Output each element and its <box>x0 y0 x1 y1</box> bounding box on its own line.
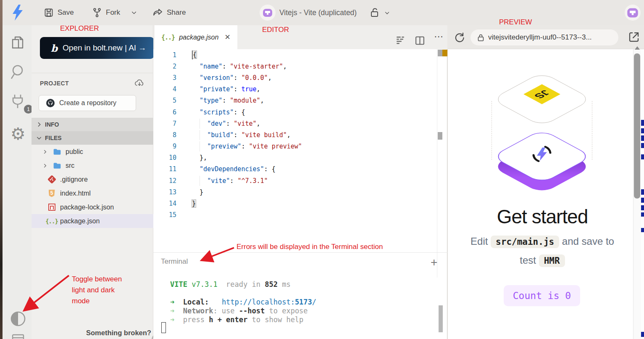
more-actions-icon[interactable]: ⋯ <box>434 31 444 42</box>
file-row-index.html[interactable]: 5index.html <box>32 186 153 200</box>
code-line-7[interactable]: 7 "dev": "vite", <box>153 118 437 129</box>
user-avatar[interactable] <box>625 5 641 21</box>
line-number: 15 <box>153 211 176 219</box>
chevron-down-icon[interactable] <box>131 9 137 16</box>
chevron-right-icon[interactable] <box>42 149 48 155</box>
code-line-8[interactable]: 8 "build": "vite build", <box>153 129 437 140</box>
section-info[interactable]: INFO <box>32 118 153 131</box>
preview-url-bar[interactable]: vitejsvitederylljm-uuf0--5173--3... <box>471 29 618 45</box>
code-line-5[interactable]: 5 "type": "module", <box>153 95 437 106</box>
annotation-terminal-note: Errors will be displayed in the Terminal… <box>237 243 383 251</box>
terminal-divider[interactable] <box>153 252 447 253</box>
project-title-group[interactable]: Vitejs - Vite (duplicated) <box>260 5 390 20</box>
terminal-line-3: ➜ Local: http://localhost:5173/ <box>170 298 316 307</box>
github-icon <box>46 98 55 108</box>
line-number: 8 <box>153 131 176 139</box>
settings-gear-icon[interactable]: ⚙ <box>9 124 27 143</box>
vite-project-avatar <box>260 5 276 21</box>
reload-icon[interactable] <box>454 32 465 43</box>
theme-toggle-icon[interactable] <box>9 310 27 328</box>
html-icon: 5 <box>47 190 56 197</box>
edit-instruction-line1: Edit src/main.js and save to <box>448 236 637 247</box>
code-line-6[interactable]: 6 "scripts": { <box>153 106 437 118</box>
scrollbar-thumb[interactable] <box>438 50 442 56</box>
preview-scrollbar-thumb[interactable] <box>634 53 640 199</box>
tab-package-json[interactable]: {..} package.json ✕ <box>155 25 237 49</box>
scrollbar-thumb[interactable] <box>438 132 442 140</box>
file-row-public[interactable]: public <box>32 145 153 159</box>
code-chip-src-main: src/main.js <box>491 236 559 248</box>
search-icon[interactable] <box>9 63 27 82</box>
code-line-12[interactable]: 12 "vite": "^7.3.1" <box>153 175 437 186</box>
background-window-sliver <box>641 49 644 339</box>
close-tab-icon[interactable]: ✕ <box>224 33 230 42</box>
terminal-output[interactable]: VITE v7.3.1 ready in 852 ms➜ Local: http… <box>170 280 316 324</box>
overview-ruler-marker <box>442 50 447 56</box>
code-line-13[interactable]: 13 } <box>153 186 437 198</box>
chevron-down-icon[interactable] <box>384 10 390 16</box>
npm-icon <box>47 204 56 211</box>
count-button[interactable]: Count is 0 <box>504 285 580 306</box>
files-icon[interactable] <box>9 34 27 53</box>
project-section-label: PROJECT <box>40 80 69 87</box>
lock-open-icon[interactable] <box>370 7 380 18</box>
file-name: index.html <box>60 190 91 197</box>
cloud-download-icon[interactable] <box>134 78 145 88</box>
chevron-right-icon[interactable] <box>42 163 48 169</box>
code-line-9[interactable]: 9 "preview": "vite preview" <box>153 141 437 152</box>
code-line-4[interactable]: 4 "private": true, <box>153 84 437 95</box>
section-files[interactable]: FILES <box>32 131 153 145</box>
open-in-new-window-icon[interactable] <box>628 31 640 43</box>
share-label: Share <box>167 8 186 17</box>
code-line-11[interactable]: 11 "devDependencies": { <box>153 164 437 175</box>
new-terminal-icon[interactable]: + <box>431 256 437 269</box>
fork-button[interactable]: Fork <box>92 5 137 20</box>
terminal-title[interactable]: Terminal <box>161 257 188 266</box>
save-label: Save <box>58 8 74 17</box>
file-row-package.json[interactable]: {..}package.json <box>32 214 153 228</box>
code-line-3[interactable]: 3 "version": "0.0.0", <box>153 72 437 83</box>
preview-toolbar: vitejsvitederylljm-uuf0--5173--3... <box>448 25 644 49</box>
line-number: 10 <box>153 154 176 162</box>
project-title: Vitejs - Vite (duplicated) <box>279 8 357 17</box>
panel-layout-icon[interactable] <box>9 330 27 339</box>
git-icon <box>47 176 56 183</box>
file-row-src[interactable]: src <box>32 159 153 172</box>
code-line-15[interactable]: 15 <box>153 209 437 221</box>
prettier-format-icon[interactable] <box>395 35 405 45</box>
scroll-up-arrow-icon[interactable] <box>635 46 640 50</box>
edit-instruction-line2: test HMR <box>448 254 637 266</box>
tab-title: package.json <box>179 34 218 41</box>
plugin-icon[interactable]: 1 <box>9 93 27 111</box>
stackblitz-logo-icon[interactable] <box>12 5 24 21</box>
code-line-10[interactable]: 10 }, <box>153 152 437 164</box>
create-repository-button[interactable]: Create a repository <box>39 95 136 111</box>
iso-guide-line <box>592 101 592 160</box>
preview-url: vitejsvitederylljm-uuf0--5173--3... <box>488 33 592 42</box>
terminal-line-5: ➜ press h + enter to show help <box>170 315 316 324</box>
create-repository-label: Create a repository <box>59 99 116 107</box>
code-line-1[interactable]: 1{ <box>153 49 437 61</box>
editor-pane: {..} package.json ✕ ⋯ 1{2 "name": "vite-… <box>153 25 447 339</box>
code-chip-hmr: HMR <box>539 254 565 267</box>
save-button[interactable]: Save <box>44 5 74 20</box>
json-braces-icon: {..} <box>161 34 175 41</box>
code-line-14[interactable]: 14} <box>153 198 437 209</box>
line-number: 6 <box>153 109 176 116</box>
topbar: Save Fork Share <box>3 0 644 25</box>
line-number: 1 <box>153 51 176 59</box>
code-line-2[interactable]: 2 "name": "vite-starter", <box>153 61 437 72</box>
folder-icon <box>53 148 61 156</box>
folder-icon <box>53 162 61 170</box>
terminal-scrollbar-thumb[interactable] <box>439 305 443 332</box>
activity-bar: 1 ⚙ <box>3 25 32 339</box>
file-row-.gitignore[interactable]: .gitignore <box>32 172 153 186</box>
split-editor-icon[interactable] <box>415 35 425 46</box>
open-in-bolt-button[interactable]: b Open in bolt.new | AI → <box>40 37 154 59</box>
file-name: package.json <box>60 217 100 225</box>
line-number: 13 <box>153 188 176 196</box>
divider <box>32 73 153 73</box>
file-row-package-lock.json[interactable]: package-lock.json <box>32 200 153 214</box>
share-button[interactable]: Share <box>152 5 186 20</box>
line-number: 5 <box>153 97 176 104</box>
